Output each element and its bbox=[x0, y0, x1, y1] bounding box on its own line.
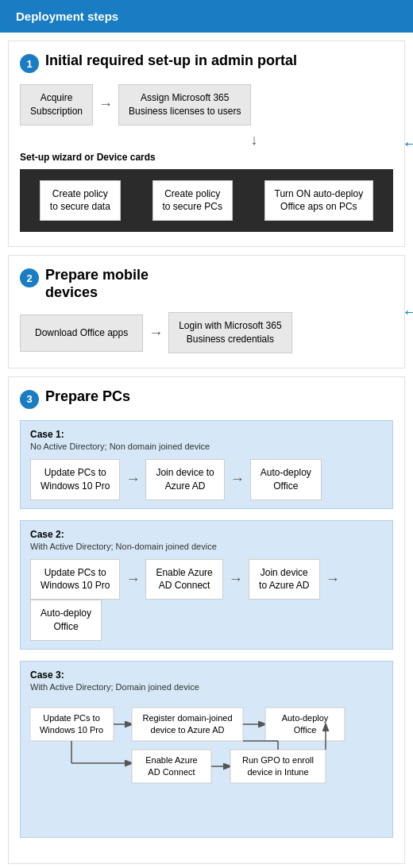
case3-flow-diagram: Update PCs to Windows 10 Pro Register do… bbox=[30, 700, 392, 827]
case1-arrow1: → bbox=[120, 471, 145, 488]
case2-step1: Update PCs to Windows 10 Pro bbox=[30, 559, 120, 600]
svg-text:Enable Azure: Enable Azure bbox=[145, 755, 197, 765]
case1-flow: Update PCs to Windows 10 Pro → Join devi… bbox=[30, 459, 383, 500]
case3-desc: With Active Directory; Domain joined dev… bbox=[30, 682, 383, 692]
download-office-apps-box: Download Office apps bbox=[20, 314, 143, 352]
case2-flow: Update PCs to Windows 10 Pro → Enable Az… bbox=[30, 559, 383, 641]
section3-header: 3 Prepare PCs bbox=[20, 388, 393, 409]
section2-wrapper: 2 Prepare mobile devices Download Office… bbox=[8, 255, 405, 368]
svg-text:device to Azure AD: device to Azure AD bbox=[151, 725, 225, 735]
section3-wrapper: 3 Prepare PCs Case 1: No Active Director… bbox=[8, 376, 405, 864]
section1-wrapper: 1 Initial required set-up in admin porta… bbox=[8, 41, 405, 247]
dark-box-item3: Turn ON auto-deploy Office aps on PCs bbox=[264, 180, 374, 222]
dark-box-item2: Create policy to secure PCs bbox=[152, 180, 233, 222]
acquire-subscription-box: Acquire Subscription bbox=[20, 84, 93, 125]
down-arrow: ↓ bbox=[115, 132, 393, 149]
header-title: Deployment steps bbox=[16, 10, 118, 23]
section1-side-arrow: ← bbox=[402, 133, 413, 154]
setup-label: Set-up wizard or Device cards bbox=[20, 152, 393, 163]
section2-side-arrow: ← bbox=[402, 302, 413, 322]
main-content: 1 Initial required set-up in admin porta… bbox=[0, 41, 413, 868]
deployment-steps-header: Deployment steps bbox=[0, 0, 413, 33]
svg-text:Register domain-joined: Register domain-joined bbox=[142, 713, 232, 723]
section1-top-flow: Acquire Subscription → Assign Microsoft … bbox=[20, 84, 393, 125]
arrow1: → bbox=[93, 96, 118, 113]
section2-header: 2 Prepare mobile devices bbox=[20, 267, 393, 301]
case2-step3: Join device to Azure AD bbox=[249, 559, 320, 600]
case1-title: Case 1: bbox=[30, 429, 383, 440]
section2-number: 2 bbox=[20, 268, 39, 287]
case1-step1: Update PCs to Windows 10 Pro bbox=[30, 459, 120, 500]
case2-step2: Enable Azure AD Connect bbox=[145, 559, 222, 600]
section3-title: Prepare PCs bbox=[45, 388, 130, 406]
section1-header: 1 Initial required set-up in admin porta… bbox=[20, 52, 393, 73]
section2: 2 Prepare mobile devices Download Office… bbox=[8, 255, 405, 368]
case3-box: Case 3: With Active Directory; Domain jo… bbox=[20, 661, 393, 838]
section1-title: Initial required set-up in admin portal bbox=[45, 52, 297, 70]
case2-step4: Auto-deploy Office bbox=[30, 600, 102, 641]
section3-number: 3 bbox=[20, 390, 39, 409]
case2-arrow3: → bbox=[320, 571, 345, 588]
login-box: Login with Microsoft 365 Business creden… bbox=[168, 312, 291, 353]
svg-text:Windows 10 Pro: Windows 10 Pro bbox=[40, 725, 103, 735]
svg-text:Update PCs to: Update PCs to bbox=[43, 713, 100, 723]
dark-box-item1: Create policy to secure data bbox=[40, 180, 121, 222]
case1-arrow2: → bbox=[225, 471, 250, 488]
section2-title: Prepare mobile devices bbox=[45, 267, 149, 301]
assign-licenses-box: Assign Microsoft 365 Business licenses t… bbox=[118, 84, 251, 125]
svg-text:Run GPO to enroll: Run GPO to enroll bbox=[242, 755, 314, 765]
svg-text:Auto-deploy: Auto-deploy bbox=[282, 713, 329, 723]
case1-desc: No Active Directory; Non domain joined d… bbox=[30, 442, 383, 451]
case1-box: Case 1: No Active Directory; Non domain … bbox=[20, 420, 393, 509]
section1-number: 1 bbox=[20, 54, 39, 73]
case2-arrow1: → bbox=[120, 571, 145, 588]
section1: 1 Initial required set-up in admin porta… bbox=[8, 41, 405, 247]
case3-title: Case 3: bbox=[30, 669, 383, 681]
svg-text:device in Intune: device in Intune bbox=[247, 767, 308, 777]
case1-step3: Auto-deploy Office bbox=[250, 459, 322, 500]
case1-step2: Join device to Azure AD bbox=[145, 459, 224, 500]
section2-flow: Download Office apps → Login with Micros… bbox=[20, 312, 393, 353]
dark-box: Create policy to secure data Create poli… bbox=[20, 169, 393, 233]
arrow2: → bbox=[143, 325, 168, 341]
case2-arrow2: → bbox=[223, 571, 249, 588]
case2-box: Case 2: With Active Directory; Non-domai… bbox=[20, 520, 393, 650]
svg-text:Office: Office bbox=[294, 725, 317, 735]
case2-title: Case 2: bbox=[30, 529, 383, 540]
case2-desc: With Active Directory; Non-domain joined… bbox=[30, 542, 383, 551]
svg-text:AD Connect: AD Connect bbox=[148, 767, 195, 777]
section3: 3 Prepare PCs Case 1: No Active Director… bbox=[8, 376, 405, 864]
